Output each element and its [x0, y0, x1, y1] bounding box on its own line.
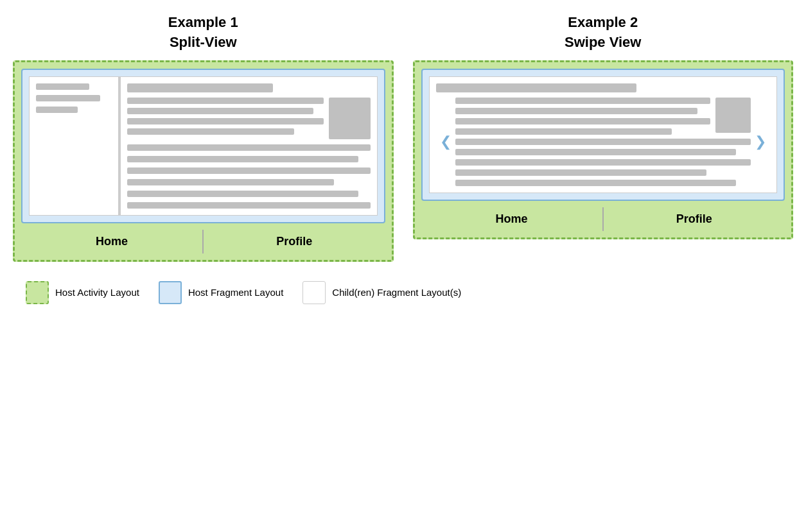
legend-children-fragment: Child(ren) Fragment Layout(s) [302, 281, 461, 304]
example1-split-right [120, 76, 378, 216]
example1-host-activity: Home Profile [13, 60, 394, 262]
swipe-text-group [455, 98, 711, 135]
r-bar-3 [127, 118, 324, 124]
example1-nav-home[interactable]: Home [21, 223, 202, 260]
sw-bar-2 [455, 108, 698, 114]
example2-nav-profile[interactable]: Profile [604, 201, 785, 237]
sw-bar-9 [455, 180, 736, 186]
swipe-wrapper: ❮ [436, 98, 771, 186]
legend-green-box [26, 281, 49, 304]
legend-row: Host Activity Layout Host Fragment Layou… [13, 275, 793, 311]
legend-host-activity-label: Host Activity Layout [55, 287, 139, 298]
swipe-left-arrow[interactable]: ❮ [436, 133, 455, 150]
example2-bottom-nav: Home Profile [421, 201, 785, 237]
r-bar-6 [127, 156, 358, 162]
r-bar-4 [127, 128, 294, 135]
r-bar-10 [127, 202, 371, 209]
legend-blue-box [159, 281, 182, 304]
example2-block: Example 2 Swipe View ❮ [413, 13, 794, 239]
page-container: Example 1 Split-View [13, 13, 793, 311]
left-bar-1 [36, 83, 89, 90]
sw-bar-8 [455, 169, 706, 176]
example1-title-line2: Split-View [170, 34, 237, 50]
example2-nav-home[interactable]: Home [421, 201, 602, 237]
legend-host-activity: Host Activity Layout [26, 281, 139, 304]
example2-title-line1: Example 2 [568, 14, 638, 30]
example1-split-left [29, 76, 119, 216]
right-text-group [127, 98, 324, 135]
example1-host-fragment [21, 69, 385, 223]
r-bar-9 [127, 191, 358, 197]
example1-title-line1: Example 1 [168, 14, 238, 30]
sw-bar-7 [455, 159, 751, 166]
example1-block: Example 1 Split-View [13, 13, 394, 262]
sw-bar-1 [455, 98, 711, 104]
swipe-content-row [455, 98, 751, 135]
r-bar-1 [127, 98, 324, 104]
example2-title-line2: Swipe View [565, 34, 641, 50]
r-bar-8 [127, 179, 334, 185]
example2-swipe-panel: ❮ [429, 76, 778, 193]
r-bar-5 [127, 144, 371, 151]
right-content-row [127, 98, 371, 139]
swipe-title-bar [436, 83, 636, 92]
legend-host-fragment-label: Host Fragment Layout [188, 287, 283, 298]
left-bar-2 [36, 95, 100, 101]
sw-bar-4 [455, 128, 672, 135]
examples-row: Example 1 Split-View [13, 13, 793, 262]
example2-host-fragment: ❮ [421, 69, 785, 201]
swipe-content [455, 98, 751, 186]
legend-children-fragment-label: Child(ren) Fragment Layout(s) [332, 287, 461, 298]
sw-bar-6 [455, 149, 736, 155]
sw-bar-5 [455, 139, 751, 145]
example2-host-activity: ❮ [413, 60, 794, 239]
legend-host-fragment: Host Fragment Layout [159, 281, 283, 304]
right-image [329, 98, 371, 139]
legend-white-box [302, 281, 326, 304]
example1-bottom-nav: Home Profile [21, 223, 385, 260]
swipe-image [715, 98, 751, 133]
right-title-bar [127, 83, 273, 92]
sw-bar-3 [455, 118, 711, 124]
example1-nav-profile[interactable]: Profile [204, 223, 385, 260]
r-bar-2 [127, 108, 313, 114]
r-bar-7 [127, 167, 371, 174]
swipe-right-arrow[interactable]: ❯ [751, 133, 770, 150]
left-bar-3 [36, 107, 78, 113]
example2-title: Example 2 Swipe View [565, 13, 641, 53]
example1-title: Example 1 Split-View [168, 13, 238, 53]
